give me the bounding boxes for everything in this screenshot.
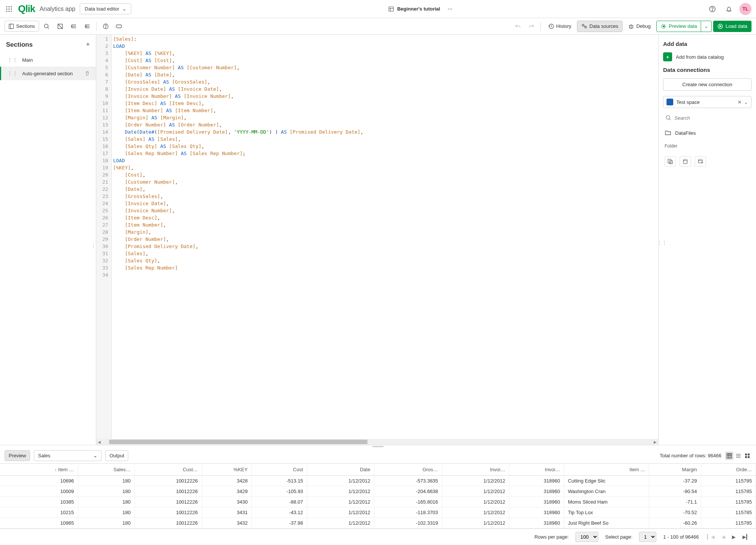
history-button[interactable]: History — [544, 21, 575, 32]
view-list-icon[interactable] — [734, 452, 742, 460]
svg-line-35 — [633, 25, 633, 26]
column-header[interactable]: Invoi… — [442, 464, 509, 476]
drag-handle-icon[interactable]: ⋮⋮ — [7, 70, 18, 76]
drag-handle-icon[interactable]: ⋮⋮ — [7, 57, 18, 63]
scrollbar-thumb[interactable] — [109, 440, 367, 444]
right-panel: ⋮⋮ Add data + Add from data catalog Data… — [658, 35, 756, 445]
data-sources-button[interactable]: Data sources — [577, 21, 622, 32]
output-tab[interactable]: Output — [105, 450, 128, 461]
undo-icon[interactable] — [512, 20, 524, 32]
outdent-icon[interactable] — [81, 20, 93, 32]
column-header[interactable]: %KEY — [202, 464, 252, 476]
mode-select[interactable]: Data load editor ⌄ — [80, 3, 131, 14]
svg-rect-46 — [727, 454, 732, 458]
avatar[interactable]: TL — [739, 3, 751, 15]
clear-space-icon[interactable]: ✕ — [738, 99, 742, 105]
table-cell: 1/12/2012 — [442, 497, 509, 507]
bell-icon[interactable] — [723, 3, 735, 15]
editor-horizontal-scrollbar[interactable]: ◀ ▶ — [96, 439, 658, 445]
toolbar: Sections History Data sources Debug Prev… — [0, 18, 756, 35]
select-data-icon[interactable] — [665, 156, 676, 167]
table-cell: 1/12/2012 — [442, 518, 509, 528]
rows-per-page-select[interactable]: 100 — [575, 532, 598, 542]
connection-search[interactable] — [663, 113, 751, 122]
column-header[interactable]: ↕Item … — [0, 464, 78, 476]
column-header[interactable]: Sales… — [78, 464, 135, 476]
table-row[interactable]: 10696180100122263428-513.151/12/2012-573… — [0, 476, 756, 486]
svg-point-27 — [105, 27, 106, 27]
preview-tab[interactable]: Preview — [5, 450, 30, 461]
view-grid-icon[interactable] — [743, 452, 751, 460]
load-data-button[interactable]: Load data — [713, 21, 751, 32]
app-launcher-icon[interactable] — [5, 5, 14, 14]
column-header[interactable]: Margin — [649, 464, 701, 476]
table-row[interactable]: 10965180100122263432-37.981/12/2012-102.… — [0, 518, 756, 528]
table-row[interactable]: 10215180100122263431-43.121/12/2012-118.… — [0, 507, 756, 518]
column-header[interactable]: Date — [307, 464, 374, 476]
table-cell: -204.6638 — [374, 486, 442, 497]
help-toolbar-icon[interactable] — [100, 20, 112, 32]
column-header[interactable]: Cust… — [135, 464, 202, 476]
scroll-left-icon[interactable]: ◀ — [96, 440, 102, 444]
upload-data-icon[interactable] — [695, 156, 706, 167]
next-page-icon[interactable]: ▶ — [730, 533, 737, 540]
table-cell: 1/12/2012 — [442, 486, 509, 497]
redo-icon[interactable] — [525, 20, 537, 32]
column-header[interactable]: Invoi… — [509, 464, 564, 476]
preview-table[interactable]: ↕Item …Sales…Cust…%KEYCostDateGros…Invoi… — [0, 464, 756, 529]
right-resize-handle[interactable]: ⋮⋮ — [657, 240, 660, 251]
table-row[interactable]: 10385180100122263430-88.071/12/2012-165.… — [0, 497, 756, 507]
add-section-icon[interactable]: + — [86, 41, 90, 49]
svg-rect-28 — [116, 25, 121, 28]
create-connection-button[interactable]: Create new connection — [663, 78, 751, 91]
last-page-icon[interactable]: ▶▎ — [741, 533, 751, 540]
prev-page-icon[interactable]: ◀ — [720, 533, 727, 540]
logo[interactable]: Qlik — [18, 3, 35, 15]
add-from-catalog-button[interactable]: + Add from data catalog — [663, 52, 751, 61]
search-input[interactable] — [674, 115, 749, 121]
folder-icon — [665, 130, 671, 136]
history-label: History — [556, 23, 571, 29]
preview-dropdown[interactable]: ⌄ — [701, 21, 712, 32]
table-cell: 318960 — [509, 507, 564, 518]
column-header[interactable]: Gros… — [374, 464, 442, 476]
column-header[interactable]: Cost — [252, 464, 307, 476]
table-cell: 1/12/2012 — [307, 476, 374, 486]
table-row[interactable]: 10009180100122263429-105.931/12/2012-204… — [0, 486, 756, 497]
section-item[interactable]: ⋮⋮Auto-generated section — [0, 67, 96, 80]
svg-rect-56 — [748, 456, 750, 458]
page-select[interactable]: 1 — [639, 532, 656, 542]
code-editor[interactable]: 1234567891011121314151617181920212223242… — [96, 35, 658, 439]
tutorial-name[interactable]: Beginner's tutorial — [385, 5, 443, 14]
view-table-icon[interactable] — [725, 452, 733, 460]
code-content[interactable]: [Sales]:LOAD [%KEY] AS [%KEY], [Cost] AS… — [112, 35, 658, 439]
comment-toggle-icon[interactable] — [54, 20, 66, 32]
delete-icon[interactable] — [85, 71, 90, 76]
folder-label: Folder — [663, 143, 751, 149]
preview-table-select[interactable]: Sales ⌄ — [34, 450, 102, 461]
chevron-down-icon[interactable]: ⌄ — [744, 99, 748, 105]
datafiles-item[interactable]: DataFiles — [663, 128, 751, 138]
section-item[interactable]: ⋮⋮Main — [0, 53, 96, 67]
first-page-icon[interactable]: ▎◀ — [706, 533, 716, 540]
sections-button[interactable]: Sections — [5, 21, 39, 32]
indent-icon[interactable] — [68, 20, 80, 32]
svg-point-6 — [6, 11, 7, 12]
help-icon[interactable] — [706, 3, 718, 15]
column-header[interactable]: Orde… — [701, 464, 756, 476]
svg-point-13 — [712, 10, 712, 11]
debug-button[interactable]: Debug — [624, 21, 655, 32]
line-gutter: 1234567891011121314151617181920212223242… — [96, 35, 112, 439]
scroll-right-icon[interactable]: ▶ — [652, 440, 658, 444]
more-icon[interactable]: ⋯ — [448, 6, 452, 12]
insert-script-icon[interactable] — [680, 156, 691, 167]
space-select[interactable]: Test space ✕ ⌄ — [663, 96, 751, 108]
horizontal-splitter[interactable] — [0, 445, 756, 448]
column-header[interactable]: Item … — [564, 464, 649, 476]
search-icon[interactable] — [41, 20, 53, 32]
table-cell: 318960 — [509, 518, 564, 528]
preview-data-button[interactable]: Preview data — [656, 21, 701, 32]
tag-icon[interactable] — [113, 20, 125, 32]
svg-point-40 — [666, 116, 670, 119]
table-cell: 115785 — [701, 486, 756, 497]
